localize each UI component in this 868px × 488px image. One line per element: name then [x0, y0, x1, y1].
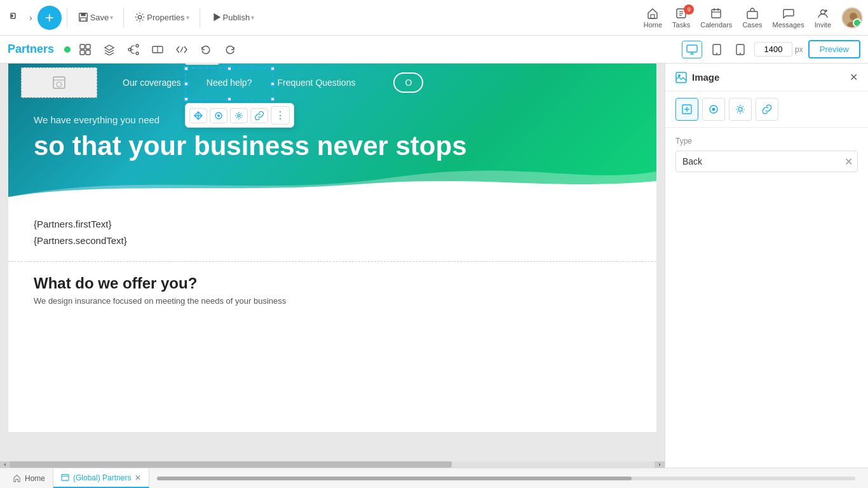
svg-line-36 [180, 47, 183, 52]
tasks-badge: 9 [684, 4, 694, 15]
partners-tab[interactable]: (Global) Partners ✕ [53, 468, 149, 488]
second-toolbar: Partners px Preview [0, 36, 868, 64]
home-tab-icon [13, 474, 21, 482]
float-link-btn[interactable] [250, 108, 268, 123]
messages-nav[interactable]: Messages [773, 7, 804, 29]
preview-button[interactable]: Preview [808, 40, 860, 58]
home-tab[interactable]: Home [5, 468, 53, 488]
svg-rect-37 [687, 45, 697, 52]
back-button[interactable] [5, 8, 24, 27]
bottom-scrollbar[interactable] [157, 477, 855, 480]
routes-button[interactable] [124, 41, 143, 58]
redo-button[interactable] [220, 41, 240, 58]
svg-point-31 [128, 48, 131, 51]
svg-point-9 [139, 15, 142, 18]
cases-nav-label: Cases [742, 21, 762, 29]
home-nav[interactable]: Home [644, 7, 662, 29]
messages-nav-label: Messages [773, 21, 804, 29]
svg-point-32 [136, 44, 139, 47]
canvas-scroll[interactable]: < Image [0, 64, 665, 468]
cases-nav[interactable]: Cases [742, 7, 762, 29]
code-button[interactable] [172, 41, 191, 58]
page-title: Partners [8, 43, 54, 56]
undo-button[interactable] [196, 41, 215, 58]
width-input[interactable] [754, 42, 792, 57]
panel-settings-btn[interactable] [729, 98, 752, 121]
top-toolbar: › + Save ▾ Properties ▾ Publish ▾ Home 9 [0, 0, 868, 36]
home-tab-label: Home [25, 474, 45, 483]
save-label: Save [90, 13, 109, 22]
svg-point-25 [850, 13, 857, 20]
tablet-view-button[interactable] [707, 41, 726, 58]
svg-rect-47 [53, 77, 65, 88]
nav-link-help[interactable]: Need help? [207, 78, 252, 88]
float-move-btn[interactable] [189, 108, 207, 123]
canvas-hscrollbar-thumb[interactable] [0, 461, 452, 468]
properties-action[interactable]: Properties ▾ [129, 11, 194, 24]
grid-view-button[interactable] [76, 41, 95, 58]
publish-dropdown-icon[interactable]: ▾ [251, 14, 254, 21]
invite-nav[interactable]: Invite [815, 7, 831, 29]
svg-rect-28 [86, 44, 90, 49]
panel-style-btn[interactable] [702, 98, 725, 121]
nav-cta-button[interactable]: O [393, 72, 423, 93]
divider1 [67, 8, 67, 27]
nav-link-faq[interactable]: Frequent Questions [277, 78, 355, 88]
site-nav: Our coverages Need help? Frequent Questi… [8, 64, 656, 102]
properties-dropdown-icon[interactable]: ▾ [186, 14, 189, 21]
svg-rect-8 [80, 17, 86, 20]
mobile-view-button[interactable] [731, 41, 749, 58]
bottom-bar: Home (Global) Partners ✕ [0, 468, 868, 488]
svg-point-41 [716, 53, 717, 54]
add-button[interactable]: + [37, 6, 62, 30]
save-dropdown-icon[interactable]: ▾ [110, 14, 113, 21]
offer-subtitle: We design insurance focused on meeting t… [34, 296, 631, 306]
px-label: px [795, 45, 803, 54]
hero-small-text: We have everything you need [34, 114, 631, 125]
panel-type-section: Type Back ✕ [665, 128, 868, 181]
toolbar-left: › + Save ▾ Properties ▾ Publish ▾ [5, 6, 259, 30]
svg-rect-7 [81, 13, 85, 16]
template-var2: {Partners.secondText} [34, 233, 631, 249]
desktop-view-button[interactable] [682, 41, 702, 58]
offer-section: What do we offer you? We design insuranc… [8, 262, 656, 318]
layers-button[interactable] [100, 41, 119, 58]
properties-label: Properties [147, 13, 184, 22]
user-avatar[interactable] [841, 7, 863, 29]
status-dot [64, 46, 71, 53]
main-area: < Image [0, 64, 868, 468]
panel-link-btn[interactable] [756, 98, 778, 121]
hero-big-text: so that your business never stops [34, 132, 631, 161]
divider2 [123, 8, 124, 27]
panel-position-btn[interactable] [675, 98, 698, 121]
svg-rect-11 [651, 15, 654, 18]
float-more-btn[interactable]: ⋮ [271, 106, 290, 125]
panel-close-button[interactable]: ✕ [850, 71, 858, 83]
scroll-right-arrow[interactable]: › [654, 461, 665, 468]
forward-button[interactable]: › [27, 10, 35, 25]
calendars-nav[interactable]: Calendars [700, 7, 732, 29]
responsive-button[interactable] [148, 41, 167, 58]
image-panel-icon [675, 72, 687, 83]
scroll-left-arrow[interactable]: ‹ [0, 461, 10, 468]
tasks-nav[interactable]: 9 Tasks [672, 7, 690, 29]
type-clear-button[interactable]: ✕ [844, 156, 853, 168]
site-nav-links: Our coverages Need help? Frequent Questi… [123, 72, 423, 93]
svg-point-54 [712, 108, 715, 111]
white-section: {Partners.firstText} {Partners.secondTex… [8, 197, 656, 262]
save-action[interactable]: Save ▾ [72, 11, 119, 24]
site-header: < Image [8, 64, 656, 197]
float-settings-btn[interactable] [230, 108, 248, 123]
logo-image[interactable] [21, 67, 97, 98]
partners-tab-icon [61, 473, 69, 482]
bottom-scrollbar-thumb[interactable] [157, 477, 632, 480]
float-style-btn[interactable] [210, 108, 227, 123]
type-select[interactable]: Back [675, 151, 858, 172]
nav-link-coverages[interactable]: Our coverages [123, 78, 181, 88]
publish-action[interactable]: Publish ▾ [205, 11, 260, 24]
svg-marker-10 [214, 13, 220, 21]
canvas-hscrollbar[interactable] [0, 461, 665, 468]
right-panel: Image ✕ Type Back ✕ [665, 64, 868, 468]
home-nav-label: Home [644, 21, 662, 29]
partners-tab-close[interactable]: ✕ [135, 473, 141, 482]
